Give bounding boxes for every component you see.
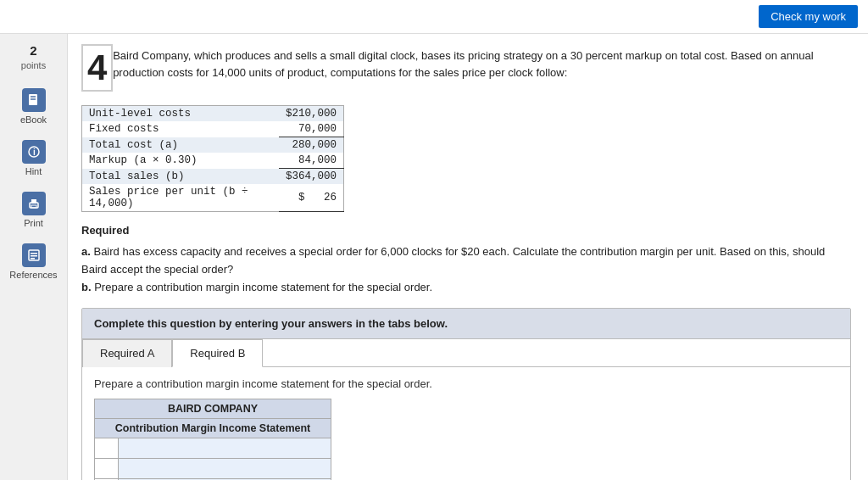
table-row: Fixed costs 70,000 — [82, 121, 344, 137]
table-row: Markup (a × 0.30) 84,000 — [82, 153, 344, 169]
svg-rect-7 — [31, 205, 36, 208]
main-layout: 2 points eBook i Hint Print Referen — [0, 34, 868, 480]
cost-table: Unit-level costs $210,000 Fixed costs 70… — [81, 105, 344, 212]
sidebar-item-references[interactable]: References — [4, 238, 64, 285]
income-input-1[interactable] — [125, 442, 324, 455]
sidebar-item-hint[interactable]: i Hint — [4, 135, 64, 181]
cost-label: Sales price per unit (b ÷ 14,000) — [82, 184, 279, 212]
cost-label: Fixed costs — [82, 121, 279, 137]
income-statement-table: BAIRD COMPANY Contribution Margin Income… — [94, 399, 331, 480]
tab-content: Prepare a contribution margin income sta… — [82, 367, 850, 480]
hint-icon: i — [22, 140, 46, 164]
tab-instruction: Complete this question by entering your … — [82, 309, 850, 339]
svg-rect-10 — [31, 255, 37, 257]
row-label-2 — [95, 459, 119, 479]
ebook-icon — [22, 88, 46, 112]
svg-rect-6 — [31, 199, 36, 204]
page-header: 4 Baird Company, which produces and sell… — [81, 44, 851, 97]
print-icon — [22, 192, 46, 215]
question-number-box: 4 — [81, 44, 113, 92]
cost-value: $ 26 — [279, 184, 344, 212]
tab-required-b[interactable]: Required B — [172, 339, 263, 367]
row-value-1[interactable] — [118, 438, 331, 459]
tab-subtitle: Prepare a contribution margin income sta… — [94, 377, 838, 390]
statement-title: Contribution Margin Income Statement — [95, 419, 331, 438]
cost-label: Unit-level costs — [82, 106, 279, 122]
cost-value: $210,000 — [279, 106, 344, 122]
svg-text:i: i — [33, 148, 36, 157]
income-input-2[interactable] — [125, 462, 324, 475]
content-area: 4 Baird Company, which produces and sell… — [68, 34, 868, 480]
table-row: Sales price per unit (b ÷ 14,000) $ 26 — [82, 184, 344, 212]
cost-label: Total sales (b) — [82, 169, 279, 185]
row-label-1 — [95, 438, 119, 459]
row-value-2[interactable] — [118, 459, 331, 479]
points-label: points — [21, 60, 46, 70]
check-my-work-button[interactable]: Check my work — [759, 5, 858, 28]
print-label: Print — [24, 218, 43, 228]
sidebar: 2 points eBook i Hint Print Referen — [0, 34, 68, 480]
cost-label: Total cost (a) — [82, 137, 279, 153]
table-row: Unit-level costs $210,000 — [82, 106, 344, 122]
table-row — [95, 459, 331, 479]
cost-value: 84,000 — [279, 153, 344, 169]
tabs-row: Required A Required B — [82, 339, 850, 367]
svg-rect-11 — [31, 258, 35, 260]
sidebar-item-print[interactable]: Print — [4, 187, 64, 233]
question-text: Baird Company, which produces and sells … — [113, 47, 851, 81]
instruction-a-text: Baird has excess capacity and receives a… — [81, 245, 825, 276]
references-label: References — [9, 270, 57, 280]
cost-label: Markup (a × 0.30) — [82, 153, 279, 169]
question-number: 4 — [87, 47, 107, 88]
svg-rect-9 — [31, 253, 37, 254]
references-icon — [22, 243, 46, 267]
instruction-a-letter: a. — [81, 245, 91, 258]
sidebar-item-ebook[interactable]: eBook — [4, 83, 64, 130]
instructions: a. Baird has excess capacity and receive… — [81, 243, 851, 296]
table-row: Total cost (a) 280,000 — [82, 137, 344, 153]
instruction-b-text: Prepare a contribution margin income sta… — [94, 281, 432, 293]
top-bar: Check my work — [0, 0, 868, 34]
cost-value: $364,000 — [279, 169, 344, 185]
cost-value: 280,000 — [279, 137, 344, 153]
table-row — [95, 438, 331, 459]
tab-required-a[interactable]: Required A — [82, 339, 172, 367]
points-display: 2 points — [21, 42, 46, 71]
tab-section: Complete this question by entering your … — [81, 308, 851, 480]
points-value: 2 — [30, 43, 36, 58]
table-row: Total sales (b) $364,000 — [82, 169, 344, 185]
cost-value: 70,000 — [279, 121, 344, 137]
hint-label: Hint — [25, 166, 42, 176]
required-label: Required — [81, 224, 851, 237]
company-name: BAIRD COMPANY — [95, 399, 331, 419]
instruction-b-letter: b. — [81, 281, 92, 293]
ebook-label: eBook — [20, 114, 47, 125]
